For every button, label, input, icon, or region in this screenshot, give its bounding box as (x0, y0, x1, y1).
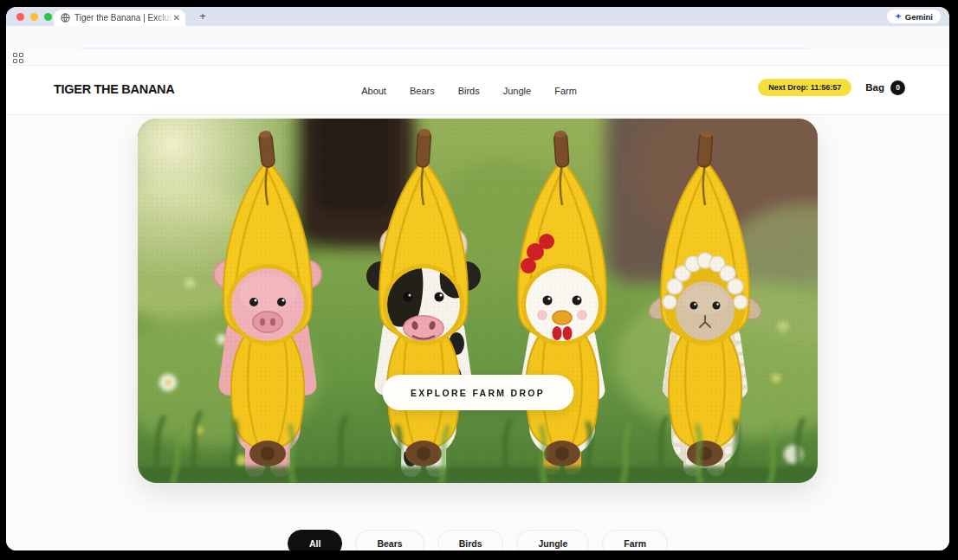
nav-link-about[interactable]: About (361, 86, 386, 96)
site-header: TIGER THE BANANA About Bears Birds Jungl… (6, 66, 949, 115)
filter-pill-farm[interactable]: Farm (602, 530, 668, 550)
bag-label: Bag (865, 82, 884, 93)
tab-close-icon[interactable]: ✕ (173, 14, 180, 23)
gemini-button[interactable]: ✦ Gemini (887, 10, 941, 23)
hero-banner: EXPLORE FARM DROP (138, 119, 818, 483)
web-page: TIGER THE BANANA About Bears Birds Jungl… (6, 66, 949, 550)
bookmarks-bar (6, 49, 949, 66)
browser-toolbar: File /Users/tigertiger/Documents/Collect… (6, 26, 949, 49)
tab-title: Tiger the Banana | Exclusive A (74, 13, 173, 23)
apps-grid-icon[interactable] (13, 53, 23, 63)
gemini-label: Gemini (905, 12, 933, 22)
nav-link-farm[interactable]: Farm (554, 86, 577, 96)
filter-pill-bears[interactable]: Bears (355, 530, 424, 550)
site-navigation: About Bears Birds Jungle Farm (361, 86, 577, 96)
nav-link-bears[interactable]: Bears (410, 86, 435, 96)
window-controls (16, 13, 52, 21)
browser-tab[interactable]: Tiger the Banana | Exclusive A ✕ (54, 10, 185, 26)
browser-window: Tiger the Banana | Exclusive A ✕ + ✦ Gem… (6, 7, 949, 550)
explore-farm-drop-button[interactable]: EXPLORE FARM DROP (382, 375, 573, 410)
hero-image (138, 119, 818, 483)
filter-pill-jungle[interactable]: Jungle (516, 530, 589, 550)
bag-button[interactable]: Bag 0 (865, 80, 905, 95)
category-filter-bar: All Bears Birds Jungle Farm (6, 530, 949, 550)
filter-pill-all[interactable]: All (288, 530, 342, 550)
globe-favicon-icon (61, 13, 70, 23)
nav-link-jungle[interactable]: Jungle (503, 86, 531, 96)
filter-pill-birds[interactable]: Birds (437, 530, 504, 550)
bag-count-badge: 0 (890, 80, 905, 95)
new-tab-button[interactable]: + (196, 10, 210, 23)
tab-strip: Tiger the Banana | Exclusive A ✕ + ✦ Gem… (6, 7, 949, 26)
site-logo[interactable]: TIGER THE BANANA (54, 82, 174, 96)
nav-link-birds[interactable]: Birds (458, 86, 480, 96)
screen-background: Tiger the Banana | Exclusive A ✕ + ✦ Gem… (0, 0, 958, 560)
minimize-window-button[interactable] (30, 13, 38, 21)
gemini-spark-icon: ✦ (895, 12, 902, 21)
close-window-button[interactable] (16, 13, 24, 21)
zoom-window-button[interactable] (44, 13, 52, 21)
next-drop-countdown-badge: Next Drop: 11:56:57 (758, 79, 851, 96)
